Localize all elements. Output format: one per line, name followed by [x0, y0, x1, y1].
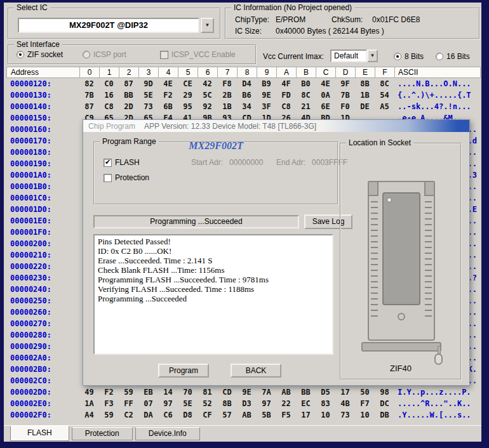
- bits16-radio[interactable]: 16 Bits: [436, 52, 470, 61]
- hex-byte[interactable]: A4: [79, 409, 99, 421]
- hex-byte[interactable]: 4E: [158, 78, 178, 89]
- hex-byte[interactable]: 5C: [198, 89, 217, 101]
- hex-byte[interactable]: 59: [119, 386, 138, 398]
- back-button[interactable]: BACK: [231, 364, 281, 378]
- hex-byte[interactable]: 17: [335, 386, 355, 398]
- hex-byte[interactable]: CD: [217, 386, 237, 398]
- hex-byte[interactable]: DB: [375, 409, 394, 421]
- hex-byte[interactable]: 92: [198, 101, 217, 112]
- vcc-select-dropdown-button[interactable]: ▼: [367, 49, 378, 62]
- tab-protection[interactable]: Protection: [72, 427, 133, 440]
- tab-flash[interactable]: FLASH: [10, 426, 69, 441]
- hex-byte[interactable]: FD: [276, 89, 296, 101]
- vcc-current-select[interactable]: Default: [330, 49, 367, 62]
- hex-byte[interactable]: 10: [355, 409, 375, 421]
- hex-byte[interactable]: 97: [158, 398, 178, 409]
- hex-byte[interactable]: EB: [138, 386, 158, 398]
- hex-byte[interactable]: F0: [335, 101, 355, 112]
- hex-byte[interactable]: 97: [257, 398, 276, 409]
- hex-byte[interactable]: 83: [316, 398, 335, 409]
- hex-byte[interactable]: EC: [296, 398, 316, 409]
- bits8-radio[interactable]: 8 Bits: [394, 52, 424, 61]
- hex-ascii[interactable]: ....N.B...O.N...: [394, 78, 481, 89]
- hex-byte[interactable]: 7B: [79, 89, 99, 101]
- hex-byte[interactable]: 98: [375, 386, 394, 398]
- ic-combobox[interactable]: MX29F002T @DIP32: [18, 18, 199, 33]
- hex-byte[interactable]: DC: [375, 398, 394, 409]
- hex-byte[interactable]: 6B: [158, 101, 178, 112]
- hex-byte[interactable]: 42: [198, 78, 217, 89]
- hex-byte[interactable]: 82: [79, 78, 99, 89]
- dialog-titlebar[interactable]: Chip Program APP Version: 12.33 Device M…: [83, 120, 469, 132]
- hex-byte[interactable]: 21: [296, 101, 316, 112]
- hex-byte[interactable]: 4B: [335, 398, 355, 409]
- hex-byte[interactable]: 16: [99, 89, 119, 101]
- protection-checkbox[interactable]: Protection: [104, 173, 149, 182]
- hex-byte[interactable]: 95: [178, 101, 198, 112]
- hex-ascii[interactable]: .Y.....W.[...s..: [394, 409, 481, 421]
- hex-byte[interactable]: F2: [99, 386, 119, 398]
- hex-byte[interactable]: D4: [237, 78, 257, 89]
- hex-byte[interactable]: 6E: [316, 101, 335, 112]
- hex-byte[interactable]: 34: [237, 101, 257, 112]
- hex-byte[interactable]: DE: [355, 101, 375, 112]
- hex-byte[interactable]: BB: [296, 386, 316, 398]
- hex-byte[interactable]: 81: [198, 386, 217, 398]
- hex-byte[interactable]: 0A: [316, 89, 335, 101]
- hex-byte[interactable]: 22: [276, 398, 296, 409]
- hex-byte[interactable]: C8: [99, 101, 119, 112]
- hex-byte[interactable]: C8: [276, 101, 296, 112]
- hex-byte[interactable]: 2B: [217, 89, 237, 101]
- hex-byte[interactable]: 9E: [257, 89, 276, 101]
- hex-byte[interactable]: F2: [158, 89, 178, 101]
- hex-byte[interactable]: 7A: [257, 386, 276, 398]
- hex-byte[interactable]: 52: [198, 398, 217, 409]
- ic-combobox-dropdown-button[interactable]: ▼: [201, 18, 214, 33]
- hex-byte[interactable]: 7B: [335, 89, 355, 101]
- hex-byte[interactable]: 50: [355, 386, 375, 398]
- hex-byte[interactable]: 5E: [138, 89, 158, 101]
- hex-byte[interactable]: AB: [276, 386, 296, 398]
- hex-byte[interactable]: 49: [79, 386, 99, 398]
- hex-byte[interactable]: 73: [335, 409, 355, 421]
- hex-byte[interactable]: B6: [237, 89, 257, 101]
- hex-byte[interactable]: BB: [119, 89, 138, 101]
- hex-byte[interactable]: 8C: [296, 89, 316, 101]
- hex-byte[interactable]: CE: [178, 78, 198, 89]
- hex-byte[interactable]: 1B: [217, 101, 237, 112]
- hex-byte[interactable]: C2: [119, 409, 138, 421]
- hex-ascii[interactable]: {..^.)\+.....{.T: [394, 89, 481, 101]
- hex-byte[interactable]: 1B: [355, 89, 375, 101]
- hex-byte[interactable]: 9F: [335, 78, 355, 89]
- hex-byte[interactable]: B0: [296, 78, 316, 89]
- hex-ascii[interactable]: I.Y..p...z....P.: [394, 386, 481, 398]
- hex-byte[interactable]: 5B: [257, 409, 276, 421]
- tab-device-info[interactable]: Device.Info: [135, 427, 200, 440]
- hex-byte[interactable]: 17: [296, 409, 316, 421]
- hex-byte[interactable]: 3F: [257, 101, 276, 112]
- hex-byte[interactable]: 9D: [138, 78, 158, 89]
- hex-byte[interactable]: 59: [99, 409, 119, 421]
- hex-byte[interactable]: 8C: [375, 78, 394, 89]
- hex-byte[interactable]: 4F: [276, 78, 296, 89]
- hex-byte[interactable]: 8B: [217, 398, 237, 409]
- hex-byte[interactable]: B9: [257, 78, 276, 89]
- hex-byte[interactable]: 1A: [79, 398, 99, 409]
- hex-byte[interactable]: FF: [119, 398, 138, 409]
- hex-ascii[interactable]: .....^R..."..K..: [394, 398, 481, 409]
- hex-byte[interactable]: 57: [217, 409, 237, 421]
- hex-byte[interactable]: 10: [316, 409, 335, 421]
- hex-byte[interactable]: 5E: [178, 398, 198, 409]
- hex-byte[interactable]: F3: [99, 398, 119, 409]
- hex-byte[interactable]: F8: [217, 78, 237, 89]
- hex-byte[interactable]: CF: [198, 409, 217, 421]
- hex-byte[interactable]: 07: [138, 398, 158, 409]
- hex-byte[interactable]: 8B: [355, 78, 375, 89]
- program-button[interactable]: Program: [158, 364, 209, 378]
- hex-byte[interactable]: F7: [355, 398, 375, 409]
- hex-byte[interactable]: 29: [178, 89, 198, 101]
- hex-byte[interactable]: 70: [178, 386, 198, 398]
- hex-byte[interactable]: 9E: [237, 386, 257, 398]
- hex-byte[interactable]: 2D: [119, 101, 138, 112]
- hex-byte[interactable]: C0: [99, 78, 119, 89]
